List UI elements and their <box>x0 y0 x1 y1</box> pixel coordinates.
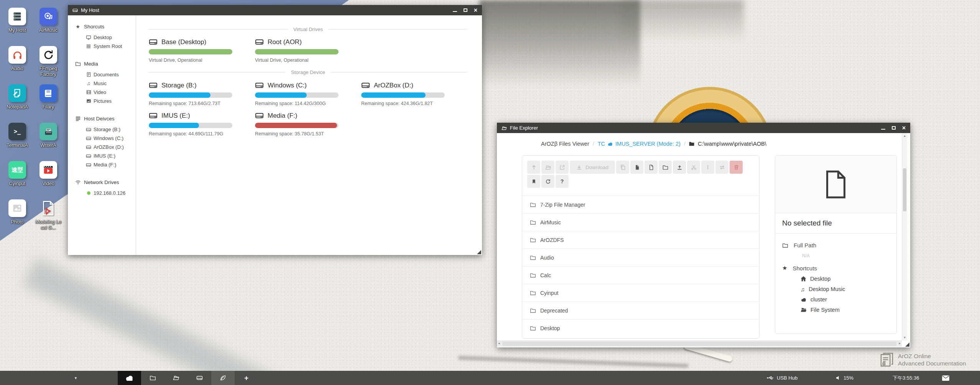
desktop-icon-cyinput[interactable]: 速型 Cyinput <box>1 161 34 187</box>
taskbar-app-cloud[interactable] <box>118 371 141 385</box>
close-icon[interactable]: × <box>902 125 906 131</box>
maximize-icon[interactable] <box>464 8 467 12</box>
vertical-scrollbar[interactable]: ▲ ▼ <box>902 133 907 341</box>
sidebar-section-network-drives[interactable]: Network Drives <box>75 179 136 185</box>
breadcrumb-path[interactable]: C:\wamp\www\private\AOB\ <box>698 141 766 147</box>
desktop-icon-filary[interactable]: Filary <box>32 84 65 110</box>
rename-button[interactable]: I <box>701 161 714 174</box>
swap-button[interactable] <box>715 161 728 174</box>
scrollbar-thumb[interactable] <box>903 168 906 211</box>
file-preview-panel: No selected file Full Path N/A ★ Shortcu… <box>775 155 897 334</box>
sidebar-item-windows-c[interactable]: Windows (C:) <box>86 134 136 143</box>
refresh-button[interactable] <box>541 175 554 188</box>
sidebar-item-video[interactable]: Video <box>86 88 136 97</box>
file-row[interactable]: 7-Zip File Manager <box>522 196 759 213</box>
desktop-icon-audio[interactable]: Audio <box>1 46 34 72</box>
sidebar-item-arozbox-d[interactable]: ArOZBox (D:) <box>86 143 136 151</box>
file-explorer-titlebar[interactable]: File Explorer × <box>497 123 910 133</box>
breadcrumb-server-link[interactable]: TC IMUS_SERVER (Mode: 2) <box>598 141 681 147</box>
scroll-up-icon[interactable]: ▲ <box>902 134 907 138</box>
desktop-icon-notepada[interactable]: NotepadA <box>1 84 34 110</box>
shortcut-desktop[interactable]: Desktop <box>801 276 890 282</box>
scroll-down-icon[interactable]: ▼ <box>902 336 907 339</box>
sidebar-item-media-f[interactable]: Media (F:) <box>86 160 136 169</box>
up-button[interactable] <box>527 161 540 174</box>
sidebar-item-system-root[interactable]: System Root <box>86 42 136 51</box>
scrollbar-thumb[interactable] <box>502 342 896 346</box>
drive-card-base[interactable]: Base (Desktop) Virtual Drive, Operationa… <box>149 38 232 63</box>
file-row[interactable]: Cyinput <box>522 284 759 301</box>
desktop-icon-ffmpeg-factory[interactable]: FFmpeg Factory <box>32 46 65 77</box>
external-link-button[interactable] <box>556 161 569 174</box>
shortcut-desktop-music[interactable]: ♫ Desktop Music <box>801 286 890 292</box>
tray-usb[interactable]: USB Hub <box>767 371 797 385</box>
sidebar-section-host-devices[interactable]: Host Deivces <box>75 116 136 122</box>
sidebar-item-network-192-168-0-126[interactable]: 192.168.0.126 <box>86 189 136 197</box>
file-row[interactable]: AirMusic <box>522 213 759 231</box>
taskbar-app-folder[interactable] <box>141 371 164 385</box>
drive-card-root[interactable]: Root (AOR) Virtual Drive, Operational <box>255 38 339 63</box>
minimize-icon[interactable] <box>881 129 885 130</box>
sidebar-item-documents[interactable]: Documents <box>86 70 136 79</box>
picture-icon <box>86 99 92 104</box>
file-row[interactable]: ArOZDFS <box>522 231 759 248</box>
shortcut-file-system[interactable]: File System <box>801 307 890 313</box>
download-button[interactable]: Download <box>570 161 615 174</box>
taskbar-app-my-host[interactable] <box>188 371 211 385</box>
file-row[interactable]: Calc <box>522 266 759 284</box>
sidebar-item-music[interactable]: ♫ Music <box>86 79 136 88</box>
paste-button[interactable] <box>630 161 643 174</box>
sidebar-item-imus-e[interactable]: IMUS (E:) <box>86 151 136 160</box>
horizontal-scrollbar[interactable]: ◂ ▸ <box>497 341 902 347</box>
taskbar-app-leaf[interactable] <box>211 371 235 385</box>
tray-volume[interactable]: 15% <box>836 371 853 385</box>
bookmark-button[interactable] <box>527 175 540 188</box>
sidebar-section-shortcuts[interactable]: ★ Shorcuts <box>75 24 136 30</box>
scroll-left-icon[interactable]: ◂ <box>498 341 500 345</box>
my-host-titlebar[interactable]: My Host × <box>68 5 482 15</box>
close-icon[interactable]: × <box>474 7 477 13</box>
sidebar-item-pictures[interactable]: Pictures <box>86 97 136 105</box>
help-button[interactable]: ? <box>556 175 569 188</box>
sidebar-item-desktop[interactable]: Desktop <box>86 33 136 42</box>
upload-button[interactable] <box>673 161 686 174</box>
folder-icon <box>782 242 788 248</box>
taskbar-app-add[interactable]: + <box>235 371 258 385</box>
minimize-icon[interactable] <box>453 11 457 12</box>
desktop-icon-terminala[interactable]: >_ TerminalA <box>1 123 34 148</box>
drive-icon <box>149 111 158 120</box>
drive-usage-bar <box>361 92 445 98</box>
cut-button[interactable] <box>687 161 700 174</box>
delete-button[interactable] <box>730 161 743 174</box>
drive-card-imus-e[interactable]: IMUS (E:) Remaining space: 44.69G/111.79… <box>149 111 232 137</box>
new-folder-button[interactable] <box>659 161 672 174</box>
scroll-right-icon[interactable]: ▸ <box>899 341 901 345</box>
drive-card-windows-c[interactable]: Windows (C:) Remaining space: 114.42G/30… <box>255 81 339 106</box>
shortcut-cluster[interactable]: cluster <box>801 296 890 303</box>
sidebar-section-media[interactable]: Media <box>75 61 136 67</box>
drive-card-storage-b[interactable]: Storage (B:) Remaining space: 713.64G/2.… <box>149 81 232 106</box>
copy-button[interactable] <box>616 161 629 174</box>
tray-clock[interactable]: 下午3:55:36 <box>893 371 919 385</box>
window-resize-handle[interactable] <box>905 342 909 347</box>
desktop-icon-modeling-pdf[interactable]: Modeling Lo cal G... <box>32 199 65 231</box>
open-folder-button[interactable] <box>541 161 554 174</box>
taskbar-app-file-explorer[interactable] <box>164 371 188 385</box>
desktop-icon-my-host[interactable]: My Host <box>1 8 34 33</box>
tray-messages[interactable] <box>942 371 949 385</box>
file-row[interactable]: Desktop <box>522 319 759 337</box>
taskbar-chevron-icon[interactable]: ▼ <box>74 371 77 385</box>
file-row[interactable]: Deprecated <box>522 301 759 319</box>
window-resize-handle[interactable] <box>477 250 481 254</box>
desktop-icon-writera[interactable]: WriterA <box>32 123 65 148</box>
new-file-button[interactable] <box>645 161 658 174</box>
desktop-icon-airmusic[interactable]: AirMusic <box>32 8 65 33</box>
maximize-icon[interactable] <box>892 126 896 130</box>
file-row[interactable]: Audio <box>522 248 759 266</box>
breadcrumb-app[interactable]: ArOZβ Files Viewer <box>541 141 589 147</box>
drive-card-media-f[interactable]: Media (F:) Remaining space: 35.78G/1.53T <box>255 111 339 137</box>
desktop-icon-photo[interactable]: Photo <box>1 199 34 225</box>
sidebar-item-storage-b[interactable]: Storage (B:) <box>86 125 136 134</box>
desktop-icon-video[interactable]: Video <box>32 161 65 187</box>
drive-card-arozbox-d[interactable]: ArOZBox (D:) Remaining space: 424.36G/1.… <box>361 81 445 106</box>
